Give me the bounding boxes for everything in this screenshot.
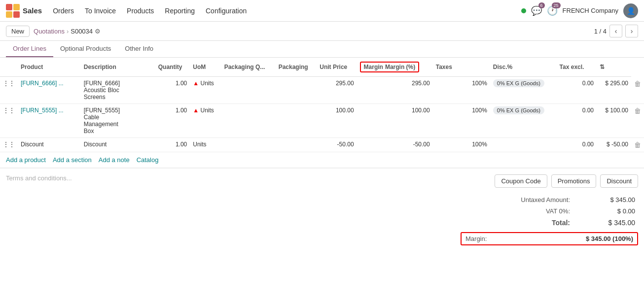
coupon-code-button[interactable]: Coupon Code (495, 174, 547, 188)
taxes-cell[interactable]: 0% EX G (Goods) (490, 77, 557, 104)
new-button[interactable]: New (6, 26, 30, 37)
delete-cell[interactable]: 🗑 (631, 138, 644, 152)
drag-handle[interactable]: ⋮⋮ (0, 77, 18, 104)
add-section-link[interactable]: Add a section (53, 156, 92, 164)
unit-price-cell[interactable]: 100.00 (317, 104, 357, 138)
bottom-section: Terms and conditions... Coupon Code Prom… (0, 168, 644, 251)
description-cell[interactable]: [FURN_6666] Acoustic Bloc Screens (81, 77, 155, 104)
nav-reporting[interactable]: Reporting (164, 5, 196, 17)
qty-cell[interactable]: 1.00 (155, 104, 190, 138)
table-row: ⋮⋮ [FURN_6666] ... [FURN_6666] Acoustic … (0, 77, 644, 104)
tax-excl-value: $ 295.00 (605, 80, 628, 87)
app-logo[interactable]: Sales (6, 4, 42, 18)
pkg-qty-cell[interactable] (221, 104, 276, 138)
top-navigation: Sales Orders To Invoice Products Reporti… (0, 0, 644, 22)
nav-configuration[interactable]: Configuration (205, 5, 248, 17)
margin-pct-cell: 100% (433, 104, 490, 138)
product-cell[interactable]: [FURN_6666] ... (18, 77, 81, 104)
nav-to-invoice[interactable]: To Invoice (84, 5, 117, 17)
taxes-cell[interactable]: 0% EX G (Goods) (490, 104, 557, 138)
tab-order-lines[interactable]: Order Lines (6, 41, 53, 57)
breadcrumb-bar: New Quotations › S00034 ⚙ 1 / 4 ‹ › (0, 22, 644, 41)
nav-orders[interactable]: Orders (52, 5, 75, 17)
packaging-cell[interactable] (276, 104, 317, 138)
uom-value: Units (200, 80, 214, 87)
margin-cell: 295.00 (357, 77, 433, 104)
qty-value: 1.00 (176, 80, 187, 87)
top-right-area: 💬 6 🕐 25 FRENCH Company 👤 (521, 3, 638, 18)
margin-cell: -50.00 (357, 138, 433, 152)
qty-cell[interactable]: 1.00 (155, 138, 190, 152)
add-note-link[interactable]: Add a note (99, 156, 130, 164)
page-navigation: 1 / 4 ‹ › (594, 25, 638, 37)
prev-button[interactable]: ‹ (609, 25, 622, 37)
tax-excl-cell: $ 295.00 (597, 77, 631, 104)
disc-cell[interactable]: 0.00 (557, 77, 597, 104)
table-header-row: Product Description Quantity UoM Packagi… (0, 58, 644, 77)
th-drag (0, 58, 18, 77)
tax-excl-cell: $ 100.00 (597, 104, 631, 138)
th-description: Description (81, 58, 155, 77)
description-cell[interactable]: Discount (81, 138, 155, 152)
terms-area[interactable]: Terms and conditions... (6, 174, 455, 245)
tabs-bar: Order Lines Optional Products Other Info (0, 41, 644, 58)
discount-button[interactable]: Discount (600, 174, 638, 188)
total-value: $ 345.00 (573, 217, 637, 228)
margin-pct-cell: 100% (433, 77, 490, 104)
settings-icon[interactable]: ⚙ (95, 28, 101, 35)
next-button[interactable]: › (625, 25, 638, 37)
disc-cell[interactable]: 0.00 (557, 104, 597, 138)
user-avatar[interactable]: 👤 (623, 3, 638, 18)
catalog-link[interactable]: Catalog (137, 156, 159, 164)
pkg-qty-cell[interactable] (221, 77, 276, 104)
margin-pct-value: 100% (472, 107, 487, 114)
page-info: 1 / 4 (594, 28, 607, 35)
desc-line4: Box (84, 128, 152, 135)
chat-notification[interactable]: 💬 6 (531, 5, 542, 16)
packaging-cell[interactable] (276, 77, 317, 104)
nav-products[interactable]: Products (126, 5, 155, 17)
forecast-icon: ▲ (193, 107, 199, 114)
th-margin: Margin Margin (%) (357, 58, 433, 77)
terms-placeholder[interactable]: Terms and conditions... (6, 174, 72, 182)
add-product-link[interactable]: Add a product (6, 156, 46, 164)
delete-icon[interactable]: 🗑 (634, 141, 641, 149)
product-link[interactable]: Discount (21, 141, 44, 148)
status-indicator (521, 8, 526, 13)
unit-price-cell[interactable]: -50.00 (317, 138, 357, 152)
margin-header-highlight: Margin Margin (%) (360, 62, 420, 72)
promotions-button[interactable]: Promotions (551, 174, 597, 188)
unit-price-cell[interactable]: 295.00 (317, 77, 357, 104)
margin-summary-value: $ 345.00 (100%) (586, 235, 633, 242)
pkg-qty-cell[interactable] (221, 138, 276, 152)
margin-value: 295.00 (412, 80, 430, 87)
product-link[interactable]: [FURN_5555] ... (21, 107, 64, 114)
qty-cell[interactable]: 1.00 (155, 77, 190, 104)
disc-cell[interactable]: 0.00 (557, 138, 597, 152)
taxes-cell[interactable] (490, 138, 557, 152)
packaging-cell[interactable] (276, 138, 317, 152)
tab-optional-products[interactable]: Optional Products (53, 41, 118, 57)
drag-dots-icon: ⋮⋮ (3, 107, 15, 114)
delete-icon[interactable]: 🗑 (634, 80, 641, 88)
margin-summary-label: Margin: (465, 235, 487, 242)
th-uom: UoM (190, 58, 221, 77)
logo-icon (6, 4, 20, 18)
delete-icon[interactable]: 🗑 (634, 107, 641, 115)
delete-cell[interactable]: 🗑 (631, 104, 644, 138)
description-cell[interactable]: [FURN_5555] Cable Management Box (81, 104, 155, 138)
untaxed-row: Untaxed Amount: $ 345.00 (462, 195, 637, 205)
drag-handle[interactable]: ⋮⋮ (0, 138, 18, 152)
product-cell[interactable]: Discount (18, 138, 81, 152)
product-link[interactable]: [FURN_6666] ... (21, 80, 64, 87)
disc-value: 0.00 (582, 80, 594, 87)
timer-notification[interactable]: 🕐 25 (547, 5, 558, 16)
main-content: Product Description Quantity UoM Packagi… (0, 58, 644, 303)
drag-handle[interactable]: ⋮⋮ (0, 104, 18, 138)
app-name[interactable]: Sales (23, 6, 42, 15)
desc-line3: Management (84, 121, 152, 128)
product-cell[interactable]: [FURN_5555] ... (18, 104, 81, 138)
breadcrumb-parent[interactable]: Quotations (34, 28, 65, 35)
delete-cell[interactable]: 🗑 (631, 77, 644, 104)
tab-other-info[interactable]: Other Info (118, 41, 160, 57)
